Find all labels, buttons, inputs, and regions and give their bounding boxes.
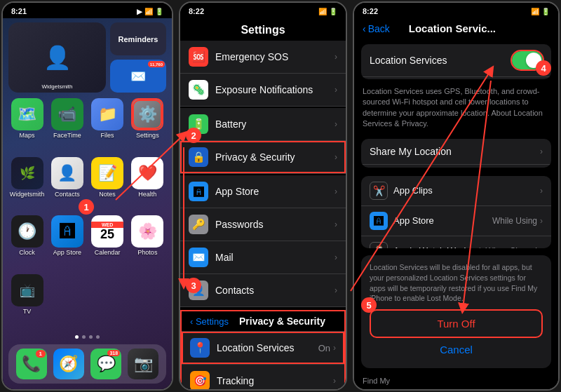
status-bar-2: 8:22 📶 🔋 bbox=[180, 3, 346, 18]
messages-badge: 318 bbox=[107, 350, 120, 356]
settings-group-1: 🆘 Emergency SOS › 🦠 Exposure Notificatio… bbox=[180, 41, 346, 107]
step-1-circle: 1 bbox=[79, 199, 94, 215]
appstore-icon: 🅰 bbox=[189, 182, 208, 201]
panel-1-home: 8:21 ▶ 📶 🔋 👤 Widgetsmith Reminders ✉️ bbox=[1, 1, 173, 391]
mail-settings-icon: ✉️ bbox=[189, 248, 208, 267]
tracking-icon: 🎯 bbox=[190, 371, 210, 389]
apple-watch-row[interactable]: ⌚ Apple Watch Workouts When Shared › bbox=[361, 236, 551, 248]
status-time-1: 8:21 bbox=[11, 7, 27, 15]
status-bar-3: 8:22 📶 🔋 bbox=[354, 3, 558, 18]
passwords-icon: 🔑 bbox=[189, 215, 208, 234]
app-store-row[interactable]: 🅰 App Store While Using › bbox=[361, 206, 551, 236]
privacy-sub-panel: ‹ Settings Privacy & Security 📍 Location… bbox=[180, 310, 346, 389]
dock-safari[interactable]: 🧭 bbox=[53, 349, 84, 379]
sos-icon: 🆘 bbox=[189, 47, 208, 67]
settings-contacts[interactable]: 👤 Contacts › bbox=[180, 274, 346, 307]
status-icons-3: 📶 🔋 bbox=[531, 8, 550, 15]
page-dot-2 bbox=[82, 335, 86, 339]
settings-passwords[interactable]: 🔑 Passwords › bbox=[180, 208, 346, 241]
settings-group-2: 🔋 Battery › 🔒 Privacy & Security › bbox=[180, 108, 346, 174]
location-services-row[interactable]: Location Services bbox=[361, 44, 551, 77]
panel-3-location: 8:22 📶 🔋 ‹ Back Location Servic... Locat… bbox=[353, 1, 560, 391]
turnoff-box: Location Services will be disabled for a… bbox=[361, 255, 551, 368]
apple-watch-icon: ⌚ bbox=[370, 242, 388, 248]
settings-list: 🆘 Emergency SOS › 🦠 Exposure Notificatio… bbox=[180, 41, 346, 389]
share-location-section: Share My Location › This iPhone is being… bbox=[361, 139, 551, 167]
dock-messages[interactable]: 💬 318 bbox=[90, 349, 121, 379]
step-5-circle: 5 bbox=[361, 297, 377, 313]
location-description: Location Services uses GPS, Bluetooth, a… bbox=[354, 83, 558, 135]
app-tv[interactable]: 📺 TV bbox=[8, 274, 46, 330]
settings-emergency-sos[interactable]: 🆘 Emergency SOS › bbox=[180, 41, 346, 74]
app-appstore[interactable]: 🅰 App Store bbox=[48, 215, 86, 271]
app-calendar[interactable]: WED 25 Calendar bbox=[89, 215, 126, 271]
exposure-icon: 🦠 bbox=[189, 80, 208, 100]
page-dot-3 bbox=[89, 335, 93, 339]
app-clock[interactable]: 🕐 Clock bbox=[8, 215, 46, 271]
settings-exposure[interactable]: 🦠 Exposure Notifications › bbox=[180, 74, 346, 107]
app-settings[interactable]: ⚙️ Settings bbox=[129, 98, 166, 154]
settings-battery[interactable]: 🔋 Battery › bbox=[180, 108, 346, 141]
settings-mail[interactable]: ✉️ Mail › bbox=[180, 241, 346, 274]
page-dots bbox=[3, 332, 172, 342]
step-4-circle: 4 bbox=[536, 60, 551, 76]
app-maps[interactable]: 🗺️ Maps bbox=[8, 98, 46, 154]
privacy-sub-header: ‹ Settings Privacy & Security bbox=[182, 311, 344, 332]
settings-title: Settings bbox=[180, 18, 346, 41]
apps-section: ✂️ App Clips › 🅰 App Store While Using ›… bbox=[361, 176, 551, 248]
privacy-back-btn[interactable]: ‹ Settings bbox=[190, 316, 229, 327]
privacy-sub-title: Privacy & Security bbox=[229, 316, 336, 327]
dock-camera[interactable]: 📷 bbox=[128, 349, 158, 379]
status-bar-1: 8:21 ▶ 📶 🔋 bbox=[3, 3, 172, 18]
settings-privacy[interactable]: 🔒 Privacy & Security › bbox=[180, 141, 346, 174]
location-alerts-row[interactable]: Location Alerts › bbox=[361, 77, 551, 79]
app-notes[interactable]: 📝 Notes bbox=[89, 157, 126, 213]
location-icon: 📍 bbox=[190, 338, 210, 358]
location-screen-title: Location Servic... bbox=[390, 22, 515, 34]
share-location-desc: This iPhone is being used for location s… bbox=[361, 165, 551, 167]
privacy-sub-content: 📍 Location Services On › 🎯 Tracking › bbox=[182, 332, 344, 389]
privacy-icon: 🔒 bbox=[189, 147, 208, 167]
panel-2-settings: 8:22 📶 🔋 Settings 🆘 Emergency SOS › 🦠 Ex… bbox=[179, 1, 347, 391]
mail-widget[interactable]: ✉️ 11,760 bbox=[110, 60, 166, 93]
status-time-2: 8:22 bbox=[189, 7, 204, 15]
widgetsmith-widget[interactable]: 👤 Widgetsmith bbox=[8, 22, 106, 93]
settings-group-3: 🅰 App Store › 🔑 Passwords › ✉️ Mail › bbox=[180, 175, 346, 307]
location-header: ‹ Back Location Servic... bbox=[354, 18, 558, 40]
status-time-3: 8:22 bbox=[363, 7, 378, 15]
app-facetime[interactable]: 📹 FaceTime bbox=[48, 98, 86, 154]
turnoff-button[interactable]: Turn Off bbox=[370, 309, 543, 338]
app-health[interactable]: ❤️ Health bbox=[129, 157, 166, 213]
app-clips-icon: ✂️ bbox=[370, 182, 388, 200]
page-dot-4 bbox=[96, 335, 100, 339]
step-2-circle: 2 bbox=[186, 128, 201, 143]
settings-appstore[interactable]: 🅰 App Store › bbox=[180, 175, 346, 208]
settings-screen: Settings 🆘 Emergency SOS › 🦠 Exposure No… bbox=[180, 18, 346, 389]
step-3-circle: 3 bbox=[186, 278, 201, 293]
location-services-section: Location Services Location Alerts › bbox=[361, 44, 551, 79]
location-screen: ‹ Back Location Servic... Location Servi… bbox=[354, 18, 558, 389]
app-clips-row[interactable]: ✂️ App Clips › bbox=[361, 176, 551, 206]
mail-badge: 11,760 bbox=[148, 61, 165, 67]
back-button[interactable]: ‹ Back bbox=[363, 23, 390, 34]
dock-phone[interactable]: 📞 1 bbox=[16, 349, 47, 379]
status-icons-2: 📶 🔋 bbox=[318, 8, 337, 15]
phone-badge: 1 bbox=[36, 350, 46, 358]
app-photos[interactable]: 🌸 Photos bbox=[129, 215, 166, 271]
page-dot-1 bbox=[75, 335, 79, 339]
dock: 📞 1 🧭 💬 318 📷 bbox=[8, 344, 166, 384]
utilities-widget[interactable]: Reminders bbox=[110, 22, 166, 55]
app-files[interactable]: 📁 Files bbox=[89, 98, 126, 154]
tracking-item[interactable]: 🎯 Tracking › bbox=[182, 365, 344, 389]
small-widgets-col: Reminders ✉️ 11,760 bbox=[110, 22, 166, 93]
find-my-hint: Find My bbox=[354, 371, 558, 389]
main-container: 8:21 ▶ 📶 🔋 👤 Widgetsmith Reminders ✉️ bbox=[0, 0, 561, 392]
share-location-row[interactable]: Share My Location › bbox=[361, 139, 551, 165]
location-services-item[interactable]: 📍 Location Services On › bbox=[182, 332, 344, 365]
status-icons-1: ▶ 📶 🔋 bbox=[137, 8, 163, 15]
widget-label: Widgetsmith bbox=[41, 83, 72, 90]
widget-row: 👤 Widgetsmith Reminders ✉️ 11,760 bbox=[3, 18, 172, 95]
cancel-button[interactable]: Cancel bbox=[370, 338, 543, 361]
turnoff-description: Location Services will be disabled for a… bbox=[370, 262, 543, 304]
app-widgetsmith[interactable]: 🌿 Widgetsmith bbox=[8, 157, 46, 213]
